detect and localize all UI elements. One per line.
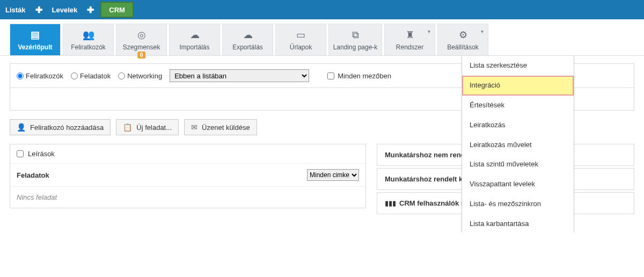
settings-menu-item[interactable]: Leiratkozás művelet (462, 135, 574, 155)
person-plus-icon: 👤 (17, 123, 26, 132)
settings-menu-item[interactable]: Leiratkozás (462, 115, 574, 135)
settings-menu-item[interactable]: Lista- és mezőszinkron (462, 194, 574, 214)
topbar-lists[interactable]: Listák (0, 0, 31, 19)
tab-label: Rendszer (396, 43, 423, 51)
tab-label: Vezérlőpult (18, 43, 52, 51)
settings-dropdown: Lista szerkesztéseIntegrációÉrtesítésekL… (462, 56, 574, 232)
descriptions-row: Leírások (10, 144, 365, 164)
scope-select[interactable]: Ebben a listában (170, 69, 309, 82)
topbar-lists-plus-icon[interactable]: ✚ (31, 0, 47, 19)
tab-label: Feliratkozók (71, 43, 106, 51)
tab-segments[interactable]: ◎ Szegmensek 0 (116, 24, 167, 55)
all-fields-checkbox[interactable]: Minden mezőben (327, 72, 391, 80)
send-message-button[interactable]: ✉ Üzenet küldése (184, 119, 257, 135)
tab-label: Beállítások (447, 43, 479, 51)
cloud-up-icon: ☁ (173, 30, 216, 40)
new-task-button[interactable]: 📋 Új feladat... (116, 119, 179, 135)
descriptions-checkbox[interactable] (17, 150, 24, 157)
tab-subscribers[interactable]: 👥 Feliratkozók (63, 24, 114, 55)
chevron-down-icon: ▾ (428, 28, 430, 34)
tab-export[interactable]: ☁ Exportálás (222, 24, 273, 55)
top-bar: Listák ✚ Levelek ✚ CRM (0, 0, 644, 19)
settings-menu-item[interactable]: Lista szintű műveletek (462, 155, 574, 174)
content-area: Lista szerkesztéseIntegrációÉrtesítésekL… (0, 56, 644, 232)
tags-select[interactable]: Minden cimke (307, 169, 359, 181)
tab-forms[interactable]: ▭ Űrlapok (275, 24, 326, 55)
add-subscriber-button[interactable]: 👤 Feliratkozó hozzáadása (10, 119, 111, 135)
form-icon: ▭ (279, 30, 323, 40)
tab-label: Exportálás (232, 43, 263, 51)
settings-menu-item[interactable]: Lista karbantartása (462, 214, 574, 232)
tasks-title: Feladatok (17, 171, 49, 179)
button-label: Feliratkozó hozzáadása (30, 123, 104, 132)
all-fields-input[interactable] (327, 72, 334, 79)
cloud-down-icon: ☁ (226, 30, 269, 40)
descriptions-label: Leírások (28, 150, 55, 158)
radio-networking-input[interactable] (118, 72, 125, 79)
tab-import[interactable]: ☁ Importálás (169, 24, 220, 55)
people-icon: 👥 (67, 30, 110, 40)
gear-icon: ⚙ (441, 30, 485, 40)
tab-label: Szegmensek (123, 43, 160, 51)
tasks-empty-text: Nincs feladat (10, 187, 365, 208)
bar-chart-icon: ▮▮▮ (385, 199, 396, 207)
target-icon: ◎ (120, 30, 163, 40)
nav-tabs: ▤ Vezérlőpult 👥 Feliratkozók ◎ Szegmense… (0, 19, 644, 56)
settings-menu-item[interactable]: Értesítések (462, 96, 574, 115)
radio-subscribers-input[interactable] (17, 72, 24, 79)
filter-radio-group: Feliratkozók Feladatok Networking (17, 72, 162, 80)
settings-menu-item[interactable]: Integráció (462, 76, 574, 96)
radio-label: Networking (127, 72, 162, 80)
tasks-header-row: Feladatok Minden cimke (10, 164, 365, 187)
topbar-crm[interactable]: CRM (100, 2, 134, 18)
radio-tasks-input[interactable] (71, 72, 78, 79)
topbar-letters[interactable]: Levelek (47, 0, 83, 19)
tab-label: Űrlapok (290, 43, 312, 51)
sitemap-icon: ♜ (388, 30, 431, 40)
chevron-down-icon: ▾ (481, 28, 484, 34)
settings-menu-item[interactable]: Lista szerkesztése (462, 56, 574, 76)
button-label: Új feladat... (136, 123, 172, 132)
button-label: Üzenet küldése (202, 123, 250, 132)
left-panel: Leírások Feladatok Minden cimke Nincs fe… (10, 144, 366, 208)
radio-label: Feladatok (80, 72, 111, 80)
tab-system[interactable]: ♜ ▾ Rendszer (384, 24, 435, 55)
tab-label: Importálás (179, 43, 209, 51)
tab-landing[interactable]: ⧉ Landing page-k (328, 24, 382, 55)
radio-label: Feliratkozók (26, 72, 63, 80)
envelope-icon: ✉ (191, 123, 197, 132)
id-card-icon: ▤ (13, 30, 57, 40)
radio-subscribers[interactable]: Feliratkozók (17, 72, 63, 80)
clipboard-icon: 📋 (123, 123, 132, 132)
tab-dashboard[interactable]: ▤ Vezérlőpult (10, 24, 61, 55)
checkbox-label: Minden mezőben (338, 72, 391, 80)
radio-networking[interactable]: Networking (118, 72, 162, 80)
tab-settings[interactable]: ⚙ ▾ Beállítások (437, 24, 488, 55)
settings-menu-item[interactable]: Visszapattant levelek (462, 174, 574, 194)
code-page-icon: ⧉ (332, 30, 378, 40)
tab-label: Landing page-k (333, 43, 378, 51)
topbar-letters-plus-icon[interactable]: ✚ (83, 0, 98, 19)
radio-tasks[interactable]: Feladatok (71, 72, 111, 80)
